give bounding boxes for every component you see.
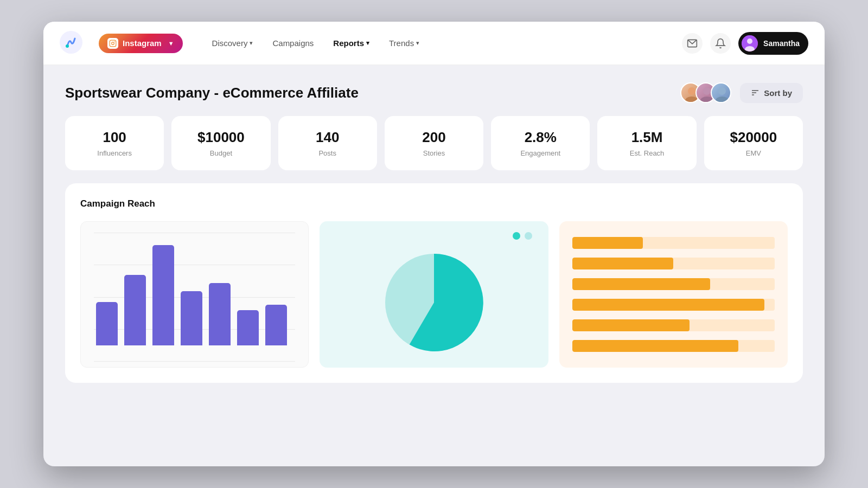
hbar-chart [572, 237, 775, 352]
mail-button[interactable] [682, 33, 703, 54]
bar-2 [124, 275, 146, 345]
stat-value-budget: $10000 [197, 129, 245, 146]
reach-section: Campaign Reach [65, 183, 803, 383]
svg-point-9 [688, 87, 695, 95]
notifications-button[interactable] [710, 33, 731, 54]
bar-1 [96, 302, 118, 345]
user-name: Samantha [763, 39, 800, 48]
navbar: Instagram ▼ Discovery ▾ Campaigns Report… [43, 22, 825, 65]
stat-card-influencers: 100 Influencers [65, 116, 164, 170]
app-logo[interactable] [60, 31, 88, 56]
bar-4 [181, 291, 202, 345]
stat-card-stories: 200 Stories [385, 116, 483, 170]
user-avatar [742, 35, 758, 52]
platform-name: Instagram [123, 38, 162, 48]
pie-chart-container [320, 221, 548, 368]
charts-grid [80, 221, 788, 368]
bar-7 [265, 305, 287, 345]
svg-point-11 [703, 87, 711, 95]
pie-chart [380, 248, 488, 357]
sort-icon [751, 88, 760, 97]
campaign-title: Sportswear Company - eCommerce Affiliate [65, 85, 359, 101]
bar-chart-container [80, 221, 309, 368]
svg-point-4 [114, 41, 115, 42]
bar-3 [152, 245, 174, 345]
hbar-chart-container [559, 221, 788, 368]
hbar-row-2 [572, 258, 775, 269]
stat-card-emv: $20000 EMV [704, 116, 803, 170]
svg-point-14 [716, 97, 729, 103]
hbar-row-4 [572, 299, 775, 311]
hbar-fill-6 [572, 340, 738, 352]
nav-link-campaigns[interactable]: Campaigns [265, 34, 321, 52]
platform-chevron-icon: ▼ [168, 40, 174, 47]
pie-dot-1 [513, 232, 520, 240]
stat-value-engagement: 2.8% [525, 129, 557, 146]
instagram-icon [107, 38, 118, 49]
campaign-header: Sportswear Company - eCommerce Affiliate [65, 82, 803, 103]
grid-line [94, 233, 295, 233]
hbar-row-1 [572, 237, 775, 249]
stat-value-influencers: 100 [103, 129, 126, 146]
stat-card-engagement: 2.8% Engagement [491, 116, 590, 170]
hbar-row-6 [572, 340, 775, 352]
reach-title: Campaign Reach [80, 198, 788, 209]
grid-line [94, 361, 295, 362]
stat-label-emv: EMV [746, 149, 761, 157]
hbar-row-3 [572, 278, 775, 290]
stat-label-budget: Budget [210, 149, 232, 157]
stat-card-budget: $10000 Budget [171, 116, 270, 170]
svg-point-13 [718, 87, 726, 95]
header-right: Sort by [680, 82, 803, 103]
svg-point-3 [112, 42, 114, 44]
stat-value-stories: 200 [422, 129, 445, 146]
hbar-fill-5 [572, 319, 690, 331]
hbar-fill-3 [572, 278, 710, 290]
stat-label-stories: Stories [423, 149, 445, 157]
nav-link-discovery[interactable]: Discovery ▾ [205, 34, 261, 52]
hbar-fill-4 [572, 299, 765, 311]
sort-button[interactable]: Sort by [740, 83, 803, 103]
stat-label-reach: Est. Reach [630, 149, 665, 157]
avatar-stack [680, 82, 731, 103]
stat-card-reach: 1.5M Est. Reach [597, 116, 696, 170]
browser-window: Instagram ▼ Discovery ▾ Campaigns Report… [43, 22, 825, 466]
hbar-fill-2 [572, 258, 674, 269]
nav-links: Discovery ▾ Campaigns Reports ▾ Trends ▾ [205, 34, 671, 52]
nav-right: Samantha [682, 32, 808, 55]
stat-card-posts: 140 Posts [278, 116, 377, 170]
bar-chart [94, 237, 295, 345]
nav-link-trends[interactable]: Trends ▾ [381, 34, 427, 52]
main-content: Sportswear Company - eCommerce Affiliate [43, 65, 825, 400]
svg-point-7 [747, 38, 752, 44]
stat-label-influencers: Influencers [97, 149, 132, 157]
stat-label-engagement: Engagement [520, 149, 560, 157]
svg-rect-2 [110, 40, 116, 47]
discovery-chevron-icon: ▾ [250, 40, 253, 47]
bar-5 [209, 283, 231, 345]
reports-chevron-icon: ▾ [366, 40, 369, 47]
hbar-fill-1 [572, 237, 643, 249]
svg-point-1 [66, 44, 69, 48]
stat-value-emv: $20000 [730, 129, 777, 146]
trends-chevron-icon: ▾ [416, 40, 419, 47]
pie-legend [330, 232, 537, 240]
hbar-rows [572, 237, 775, 352]
avatar-3 [711, 82, 731, 103]
bar-6 [237, 310, 259, 345]
user-profile-button[interactable]: Samantha [738, 32, 808, 55]
hbar-row-5 [572, 319, 775, 331]
stat-label-posts: Posts [318, 149, 336, 157]
platform-selector[interactable]: Instagram ▼ [99, 34, 183, 53]
pie-dot-2 [525, 232, 532, 240]
stat-value-reach: 1.5M [631, 129, 663, 146]
nav-link-reports[interactable]: Reports ▾ [326, 34, 377, 52]
stats-grid: 100 Influencers $10000 Budget 140 Posts … [65, 116, 803, 170]
stat-value-posts: 140 [316, 129, 339, 146]
